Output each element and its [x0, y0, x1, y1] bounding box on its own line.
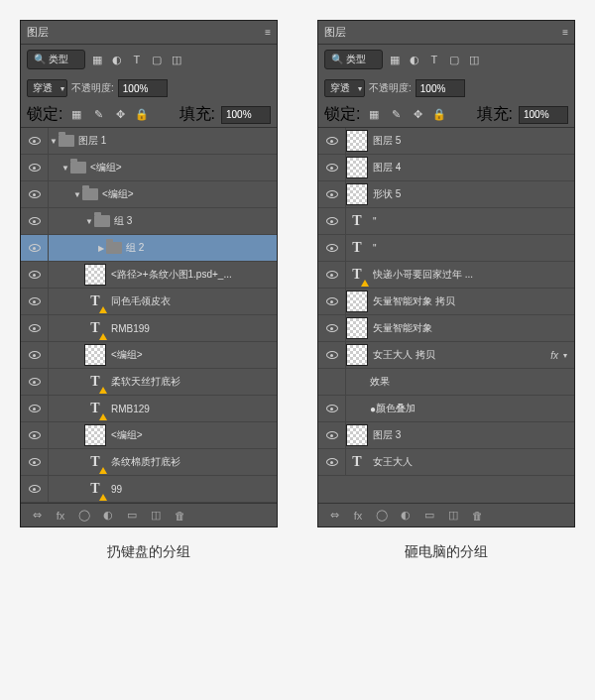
visibility-toggle[interactable]	[21, 262, 49, 288]
lock-paint-icon[interactable]: ✎	[90, 107, 106, 123]
layer-row[interactable]: 女王大人 拷贝fx▾	[318, 342, 574, 369]
visibility-toggle[interactable]	[21, 342, 49, 368]
layer-thumbnail[interactable]	[346, 183, 368, 205]
filter-kind-select[interactable]: 🔍 类型	[324, 50, 383, 69]
lock-transparent-icon[interactable]: ▦	[68, 107, 84, 123]
layer-name[interactable]: 矢量智能对象 拷贝	[373, 294, 570, 308]
filter-type-icon[interactable]: T	[129, 52, 145, 67]
layer-row[interactable]: T99	[21, 476, 277, 503]
visibility-toggle[interactable]	[318, 369, 346, 395]
layers-list[interactable]: 图层 5图层 4形状 5T"T"T快递小哥要回家过年 ...矢量智能对象 拷贝矢…	[318, 128, 574, 503]
layer-thumbnail[interactable]	[346, 291, 368, 312]
visibility-toggle[interactable]	[318, 449, 346, 475]
layer-name[interactable]: 图层 1	[78, 134, 273, 148]
filter-smart-icon[interactable]: ◫	[169, 52, 184, 67]
layer-thumbnail[interactable]	[346, 344, 368, 366]
layer-row[interactable]: ▼组 3	[21, 208, 277, 235]
visibility-toggle[interactable]	[21, 128, 49, 154]
lock-move-icon[interactable]: ✥	[112, 107, 128, 123]
layer-name[interactable]: 条纹棉质打底衫	[111, 455, 273, 469]
group-icon[interactable]: ▭	[421, 508, 437, 524]
visibility-toggle[interactable]	[318, 289, 346, 314]
layer-thumbnail[interactable]	[346, 130, 368, 152]
layer-name[interactable]: <编组>	[90, 161, 273, 175]
layer-row[interactable]: ▼<编组>	[21, 155, 277, 181]
layer-name[interactable]: RMB199	[111, 323, 273, 334]
fx-icon[interactable]: fx	[350, 508, 366, 524]
new-layer-icon[interactable]: ◫	[148, 508, 164, 524]
layer-row[interactable]: 图层 4	[318, 155, 574, 181]
layer-name[interactable]: 图层 4	[373, 161, 570, 175]
layer-row[interactable]: 效果	[318, 369, 574, 396]
layer-row[interactable]: T"	[318, 208, 574, 235]
layer-thumbnail[interactable]	[84, 424, 106, 446]
visibility-toggle[interactable]	[21, 476, 49, 502]
layer-name[interactable]: 柔软天丝打底衫	[111, 375, 273, 389]
opacity-input[interactable]: 100%	[118, 79, 168, 97]
layer-name[interactable]: 女王大人 拷贝	[373, 348, 550, 362]
lock-move-icon[interactable]: ✥	[410, 107, 425, 123]
filter-pixel-icon[interactable]: ▦	[89, 52, 105, 67]
layer-name[interactable]: "	[373, 216, 570, 227]
layer-name[interactable]: 图层 3	[373, 428, 570, 442]
adjust-icon[interactable]: ◐	[398, 508, 414, 524]
visibility-toggle[interactable]	[21, 289, 49, 314]
layer-name[interactable]: <编组>	[111, 428, 273, 442]
layer-row[interactable]: T快递小哥要回家过年 ...	[318, 262, 574, 289]
visibility-toggle[interactable]	[318, 262, 346, 288]
layer-row[interactable]: T条纹棉质打底衫	[21, 449, 277, 476]
visibility-toggle[interactable]	[21, 235, 49, 261]
trash-icon[interactable]: 🗑	[469, 508, 485, 524]
lock-transparent-icon[interactable]: ▦	[366, 107, 382, 123]
new-layer-icon[interactable]: ◫	[445, 508, 461, 524]
layer-row[interactable]: <路径>+条纹小图1.psd+_...	[21, 262, 277, 289]
lock-all-icon[interactable]: 🔒	[134, 107, 150, 123]
layer-row[interactable]: ▼图层 1	[21, 128, 277, 155]
adjust-icon[interactable]: ◐	[100, 508, 116, 524]
layer-thumbnail[interactable]	[84, 344, 106, 366]
link-icon[interactable]: ⇔	[29, 508, 45, 524]
layer-row[interactable]: <编组>	[21, 422, 277, 449]
visibility-toggle[interactable]	[21, 369, 49, 395]
filter-smart-icon[interactable]: ◫	[466, 52, 482, 67]
layer-row[interactable]: T柔软天丝打底衫	[21, 369, 277, 396]
opacity-input[interactable]: 100%	[416, 79, 465, 97]
filter-adjust-icon[interactable]: ◐	[407, 52, 422, 67]
visibility-toggle[interactable]	[318, 155, 346, 180]
filter-type-icon[interactable]: T	[426, 52, 442, 67]
blend-mode-select[interactable]: 穿透	[27, 79, 67, 97]
fill-input[interactable]: 100%	[519, 106, 568, 124]
layers-list[interactable]: ▼图层 1▼<编组>▼<编组>▼组 3▶组 2<路径>+条纹小图1.psd+_.…	[21, 128, 277, 503]
layer-row[interactable]: TRMB199	[21, 315, 277, 342]
layer-row[interactable]: ▼<编组>	[21, 181, 277, 208]
layer-name[interactable]: 矢量智能对象	[373, 321, 570, 335]
visibility-toggle[interactable]	[318, 128, 346, 154]
lock-paint-icon[interactable]: ✎	[388, 107, 404, 123]
fx-disclosure-icon[interactable]: ▾	[560, 351, 570, 360]
layer-row[interactable]: TRMB129	[21, 396, 277, 422]
layer-thumbnail[interactable]	[346, 424, 368, 446]
layer-name[interactable]: RMB129	[111, 404, 273, 414]
layer-name[interactable]: 效果	[370, 375, 570, 389]
layer-name[interactable]: 颜色叠加	[376, 402, 570, 415]
disclosure-triangle-icon[interactable]: ▼	[60, 164, 70, 173]
layer-row[interactable]: ▶组 2	[21, 235, 277, 262]
mask-icon[interactable]: ◯	[76, 508, 92, 524]
visibility-toggle[interactable]	[318, 181, 346, 207]
layer-thumbnail[interactable]	[346, 317, 368, 339]
layer-thumbnail[interactable]	[346, 157, 368, 178]
layer-name[interactable]: <编组>	[102, 187, 273, 201]
layer-name[interactable]: 快递小哥要回家过年 ...	[373, 268, 570, 282]
layer-row[interactable]: T同色毛领皮衣	[21, 289, 277, 315]
layer-name[interactable]: 形状 5	[373, 187, 570, 201]
disclosure-triangle-icon[interactable]: ▼	[72, 190, 82, 199]
layer-row[interactable]: 图层 5	[318, 128, 574, 155]
blend-mode-select[interactable]: 穿透	[324, 79, 365, 97]
fill-input[interactable]: 100%	[221, 106, 271, 124]
layer-name[interactable]: 组 3	[114, 214, 273, 228]
visibility-toggle[interactable]	[21, 315, 49, 341]
visibility-toggle[interactable]	[318, 315, 346, 341]
layer-name[interactable]: 组 2	[126, 241, 273, 255]
layer-row[interactable]: <编组>	[21, 342, 277, 369]
layer-thumbnail[interactable]	[84, 264, 106, 286]
